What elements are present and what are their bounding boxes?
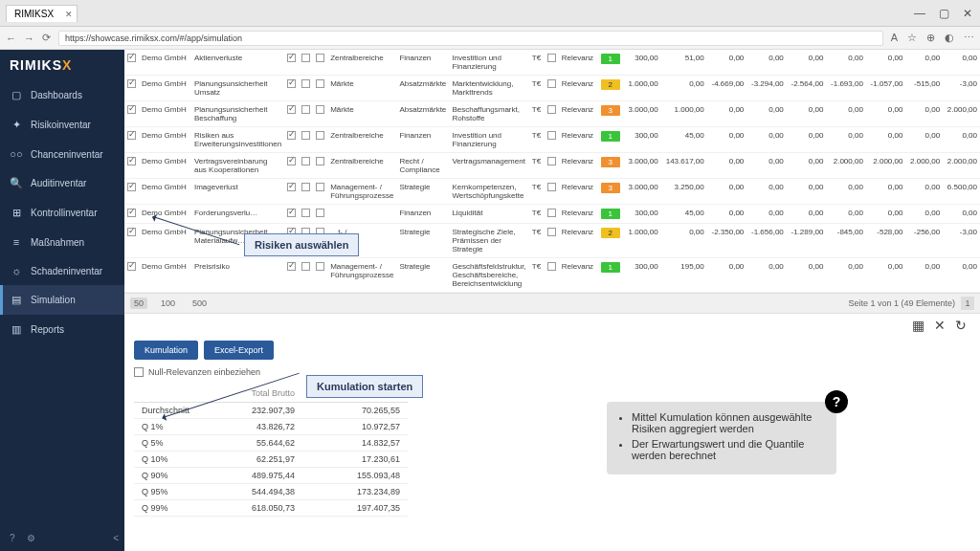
nav-label: Maßnahmen xyxy=(31,237,84,248)
sidebar-item-reports[interactable]: ▥Reports xyxy=(0,315,124,344)
row-checkbox[interactable] xyxy=(127,183,136,191)
value-cell: 0,00 xyxy=(787,258,827,293)
col-checkbox[interactable] xyxy=(547,54,556,62)
kumulation-button[interactable]: Kumulation xyxy=(134,341,198,360)
reload-icon[interactable]: ⟳ xyxy=(42,32,51,44)
col-checkbox[interactable] xyxy=(301,209,310,217)
settings-icon[interactable]: ⚙ xyxy=(27,533,35,543)
sidebar-item-kontrollinventar[interactable]: ⊞Kontrollinventar xyxy=(0,198,124,228)
col-checkbox[interactable] xyxy=(316,157,324,165)
page-size-100[interactable]: 100 xyxy=(157,298,179,309)
page-size-500[interactable]: 500 xyxy=(189,298,211,309)
value-cell: 0,00 xyxy=(746,153,787,179)
url-input[interactable]: https://showcase.rimiksx.com/#/app/simul… xyxy=(58,31,883,46)
col-checkbox[interactable] xyxy=(547,183,556,191)
forward-icon[interactable]: → xyxy=(24,33,34,44)
value-cell: -4.669,00 xyxy=(707,76,747,101)
col-checkbox[interactable] xyxy=(301,262,310,271)
close-icon[interactable]: ✕ xyxy=(65,10,73,19)
col-checkbox[interactable] xyxy=(547,157,556,165)
col-checkbox[interactable] xyxy=(301,54,310,62)
col-checkbox[interactable] xyxy=(287,105,296,114)
pager-page[interactable]: 1 xyxy=(961,297,974,310)
close-panel-icon[interactable]: ✕ xyxy=(934,318,946,333)
col-checkbox[interactable] xyxy=(287,209,296,217)
row-checkbox[interactable] xyxy=(127,157,136,165)
row-checkbox[interactable] xyxy=(127,131,136,140)
subcategory: Absatzmärkte xyxy=(396,101,449,127)
null-relevanz-checkbox[interactable] xyxy=(134,367,144,377)
favorites-icon[interactable]: ⊕ xyxy=(926,32,935,44)
value-cell: 0,00 xyxy=(826,258,866,293)
window-close-icon[interactable]: ✕ xyxy=(963,7,972,20)
relevance-badge: 1 xyxy=(598,50,624,76)
excel-export-button[interactable]: Excel-Export xyxy=(204,341,274,360)
relevance-badge: 1 xyxy=(598,258,624,293)
star-icon[interactable]: ☆ xyxy=(907,32,917,44)
sidebar-item-auditinventar[interactable]: 🔍Auditinventar xyxy=(0,168,124,198)
row-checkbox[interactable] xyxy=(127,262,136,271)
row-checkbox[interactable] xyxy=(127,105,136,114)
sidebar-item-chanceninventar[interactable]: ○○Chanceninventar xyxy=(0,140,124,168)
col-checkbox[interactable] xyxy=(316,262,324,271)
value-cell: -2.564,00 xyxy=(787,76,827,101)
profile-icon[interactable]: ◐ xyxy=(945,32,954,44)
col-checkbox[interactable] xyxy=(316,79,324,88)
col-checkbox[interactable] xyxy=(287,79,296,88)
col-checkbox[interactable] xyxy=(547,209,556,217)
grid-icon[interactable]: ▦ xyxy=(912,318,924,333)
back-icon[interactable]: ← xyxy=(6,33,16,44)
reader-icon[interactable]: A xyxy=(891,32,898,44)
col-checkbox[interactable] xyxy=(301,131,310,140)
collapse-icon[interactable]: < xyxy=(113,533,119,543)
col-checkbox[interactable] xyxy=(301,105,310,114)
subcategory: Finanzen xyxy=(396,50,449,76)
window-maximize-icon[interactable]: ▢ xyxy=(939,7,949,20)
tab-title: RIMIKSX xyxy=(14,9,54,19)
row-checkbox[interactable] xyxy=(127,228,136,236)
col-checkbox[interactable] xyxy=(316,105,324,114)
page-size-50[interactable]: 50 xyxy=(130,298,147,309)
col-checkbox[interactable] xyxy=(301,157,310,165)
col-checkbox[interactable] xyxy=(301,79,310,88)
help-icon[interactable]: ? xyxy=(10,533,15,543)
nav-label: Chanceninventar xyxy=(31,149,103,160)
col-checkbox[interactable] xyxy=(316,131,324,140)
stats-row: Q 5%55.644,6214.832,57 xyxy=(134,435,408,452)
col-checkbox[interactable] xyxy=(301,183,310,191)
sidebar-item-maßnahmen[interactable]: ≡Maßnahmen xyxy=(0,228,124,256)
more-icon[interactable]: ⋯ xyxy=(964,32,974,44)
col-checkbox[interactable] xyxy=(316,209,324,217)
category: Märkte xyxy=(327,101,396,127)
col-checkbox[interactable] xyxy=(547,105,556,114)
col-checkbox[interactable] xyxy=(287,131,296,140)
col-checkbox[interactable] xyxy=(316,183,324,191)
sidebar-item-dashboards[interactable]: ▢Dashboards xyxy=(0,80,124,110)
refresh-icon[interactable]: ↻ xyxy=(955,318,967,333)
nav-icon: ✦ xyxy=(10,119,23,131)
relevance-badge: 2 xyxy=(598,76,624,101)
col-checkbox[interactable] xyxy=(316,54,324,62)
unit: T€ xyxy=(529,224,545,258)
sidebar-item-simulation[interactable]: ▤Simulation xyxy=(0,285,124,315)
risk-name: Planungsunsicherheit Umsatz xyxy=(191,76,284,101)
sidebar-item-risikoinventar[interactable]: ✦Risikoinventar xyxy=(0,110,124,140)
col-checkbox[interactable] xyxy=(547,79,556,88)
col-checkbox[interactable] xyxy=(547,262,556,271)
value-cell: 0,00 xyxy=(905,179,943,205)
row-checkbox[interactable] xyxy=(127,54,136,62)
type: Relevanz xyxy=(559,76,598,101)
row-checkbox[interactable] xyxy=(127,209,136,217)
row-checkbox[interactable] xyxy=(127,79,136,88)
sidebar-item-schadeninventar[interactable]: ☼Schadeninventar xyxy=(0,256,124,285)
col-checkbox[interactable] xyxy=(287,157,296,165)
col-checkbox[interactable] xyxy=(287,183,296,191)
browser-tab[interactable]: RIMIKSX ✕ xyxy=(6,5,78,22)
window-minimize-icon[interactable]: — xyxy=(914,7,925,20)
col-checkbox[interactable] xyxy=(547,228,556,236)
col-checkbox[interactable] xyxy=(287,262,296,271)
col-checkbox[interactable] xyxy=(547,131,556,140)
nav-icon: ▥ xyxy=(10,323,23,336)
value-cell: 300,00 xyxy=(624,205,661,224)
col-checkbox[interactable] xyxy=(287,54,296,62)
